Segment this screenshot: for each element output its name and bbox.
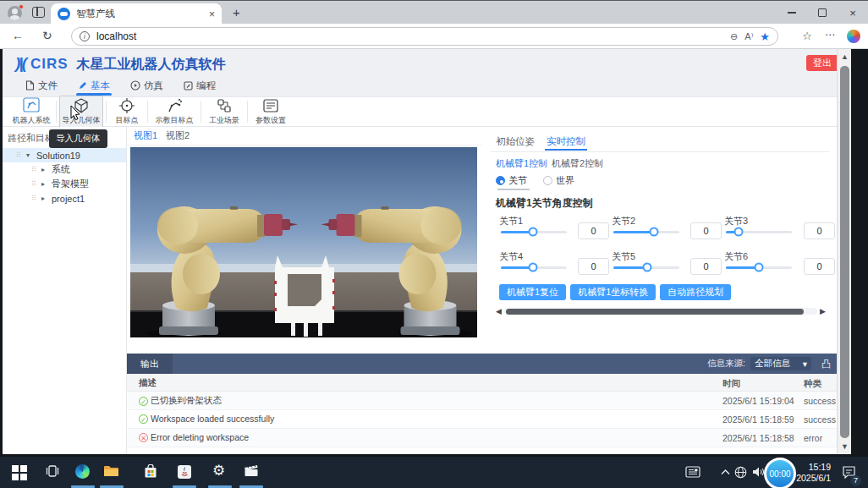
network-globe-icon[interactable] (734, 466, 747, 479)
panel-horizontal-scrollbar[interactable]: ◀ ▶ (496, 306, 826, 316)
tray-chevron-up-icon[interactable] (721, 469, 730, 475)
slider-handle[interactable] (642, 263, 651, 272)
radio-circle (543, 176, 552, 185)
menu-item-programming[interactable]: 编程 (184, 76, 216, 95)
tree-item-project1[interactable]: ⠿ ▸ project1 (3, 191, 126, 206)
slider-handle[interactable] (755, 263, 764, 272)
tab-view1[interactable]: 视图1 (134, 129, 157, 142)
settings-gear-icon[interactable]: ⚙ (212, 463, 225, 479)
scrollbar-thumb[interactable] (506, 309, 804, 315)
refresh-icon[interactable]: ↻ (42, 29, 52, 42)
window-minimize-button[interactable] (777, 1, 807, 25)
auto-path-planning-button[interactable]: 自动路径规划 (660, 284, 731, 300)
toolbar-parameter-settings[interactable]: 参数设置 (250, 96, 291, 127)
main-workspace: 视图1 视图2 (127, 127, 851, 354)
joint2-slider[interactable] (613, 226, 679, 238)
joint1-slider[interactable] (501, 226, 567, 238)
microsoft-store-icon[interactable] (144, 464, 157, 479)
url-text[interactable]: localhost (96, 30, 723, 42)
tree-item-system[interactable]: ⠿ ▸ 系统 (3, 162, 126, 177)
scrollbar-track[interactable] (504, 308, 817, 315)
drag-grip-icon[interactable]: ⠿ (30, 166, 38, 173)
scroll-down-icon[interactable]: ▼ (838, 442, 851, 451)
start-button-icon[interactable] (12, 465, 27, 480)
menu-item-simulation[interactable]: 仿真 (130, 76, 163, 95)
tree-item-solution19[interactable]: ⠿ ▾ Solution19 (3, 148, 126, 162)
tree-expand-icon[interactable]: ▾ (26, 151, 33, 159)
toolbar-target-point[interactable]: 目标点 (109, 96, 145, 127)
output-tab[interactable]: 输出 (127, 354, 173, 374)
drag-grip-icon[interactable]: ⠿ (30, 195, 38, 202)
scroll-right-icon[interactable]: ▶ (820, 307, 826, 315)
favorites-icon[interactable]: ☆ (802, 30, 812, 42)
3d-viewport[interactable] (130, 147, 477, 337)
media-app-icon[interactable] (244, 464, 259, 477)
slider-handle[interactable] (529, 263, 538, 272)
radio-world-mode[interactable]: 世界 (543, 174, 574, 187)
browser-menu-icon[interactable]: ⋯ (825, 29, 836, 41)
joint1-input[interactable] (578, 222, 609, 239)
tab-initial-pose[interactable]: 初始位姿 (496, 135, 535, 148)
export-log-icon[interactable]: 凸 (821, 358, 831, 370)
copilot-icon[interactable] (847, 30, 860, 43)
slider-handle[interactable] (529, 228, 538, 237)
toolbar-import-geometry[interactable]: 导入几何体 (59, 96, 103, 128)
news-widgets-icon[interactable] (685, 466, 700, 478)
page-scrollbar[interactable]: ▲ ▼ (837, 49, 851, 454)
scroll-up-icon[interactable]: ▲ (838, 52, 851, 61)
tree-collapse-icon[interactable]: ▸ (41, 166, 48, 173)
volume-icon[interactable] (752, 466, 765, 478)
toolbar-robot-system[interactable]: 机器人系统 (9, 96, 53, 127)
subtab-arm2-control[interactable]: 机械臂2控制 (552, 157, 603, 170)
scrollbar-thumb[interactable] (840, 66, 849, 438)
arm1-coordinate-convert-button[interactable]: 机械臂1坐标转换 (570, 284, 656, 300)
joint5-slider[interactable] (613, 261, 679, 273)
tab-view2[interactable]: 视图2 (166, 129, 190, 142)
menu-item-file[interactable]: 文件 (25, 76, 58, 95)
settings-list-icon (262, 97, 279, 114)
java-app-icon[interactable] (177, 464, 192, 480)
edge-browser-icon[interactable] (75, 464, 90, 479)
tray-clock[interactable]: 15:19 2025/6/1 (796, 462, 831, 483)
site-info-icon[interactable]: i (80, 31, 90, 41)
window-close-button[interactable]: × (838, 1, 868, 25)
joint3-input[interactable] (804, 222, 835, 239)
tree-item-skeleton-model[interactable]: ⠿ ▸ 骨架模型 (3, 177, 126, 191)
toolbar-industrial-scene[interactable]: 工业场景 (204, 96, 244, 127)
joint4-input[interactable] (578, 258, 609, 275)
read-aloud-icon[interactable]: A⁾ (744, 31, 753, 42)
file-explorer-icon[interactable] (103, 464, 119, 478)
joint3-slider[interactable] (726, 226, 792, 238)
tree-collapse-icon[interactable]: ▸ (41, 180, 48, 188)
drag-grip-icon[interactable]: ⠿ (14, 151, 23, 159)
joint6-slider[interactable] (726, 261, 792, 273)
tab-realtime-control[interactable]: 实时控制 (547, 135, 585, 148)
slider-handle[interactable] (650, 228, 659, 237)
joint2-input[interactable] (690, 222, 722, 239)
radio-joint-mode[interactable]: 关节 (496, 174, 527, 187)
joint5-input[interactable] (690, 258, 722, 275)
source-select[interactable]: 全部信息 ▾ (750, 357, 811, 370)
arm1-reset-button[interactable]: 机械臂1复位 (499, 284, 566, 300)
tab-switcher-icon[interactable] (32, 7, 45, 18)
tree-collapse-icon[interactable]: ▸ (41, 195, 48, 202)
zoom-out-icon[interactable]: ⊖ (730, 31, 738, 42)
scroll-left-icon[interactable]: ◀ (496, 307, 502, 315)
subtab-arm1-control[interactable]: 机械臂1控制 (496, 157, 547, 170)
back-icon[interactable]: ← (12, 29, 24, 42)
drag-grip-icon[interactable]: ⠿ (30, 180, 38, 188)
favorite-star-icon[interactable]: ★ (760, 30, 770, 43)
tab-close-icon[interactable]: × (209, 8, 215, 20)
window-restore-button[interactable] (807, 1, 838, 25)
slider-handle[interactable] (733, 228, 743, 237)
joint4-slider[interactable] (501, 261, 567, 273)
browser-tab[interactable]: 智慧产线 × (51, 3, 222, 25)
logout-button[interactable]: 登出 (806, 55, 838, 71)
task-view-icon[interactable] (46, 464, 59, 478)
toolbar-teach-target[interactable]: 示教目标点 (151, 96, 198, 127)
menu-item-basic[interactable]: 基本 (78, 76, 110, 95)
new-tab-button[interactable]: + (233, 5, 240, 19)
url-input[interactable]: i localhost ⊖ A⁾ ★ (71, 27, 778, 46)
joint6-input[interactable] (804, 258, 835, 275)
control-panel: 初始位姿 实时控制 机械臂1控制 机械臂2控制 关节 世界 机械臂1关节角度控制… (491, 129, 839, 340)
